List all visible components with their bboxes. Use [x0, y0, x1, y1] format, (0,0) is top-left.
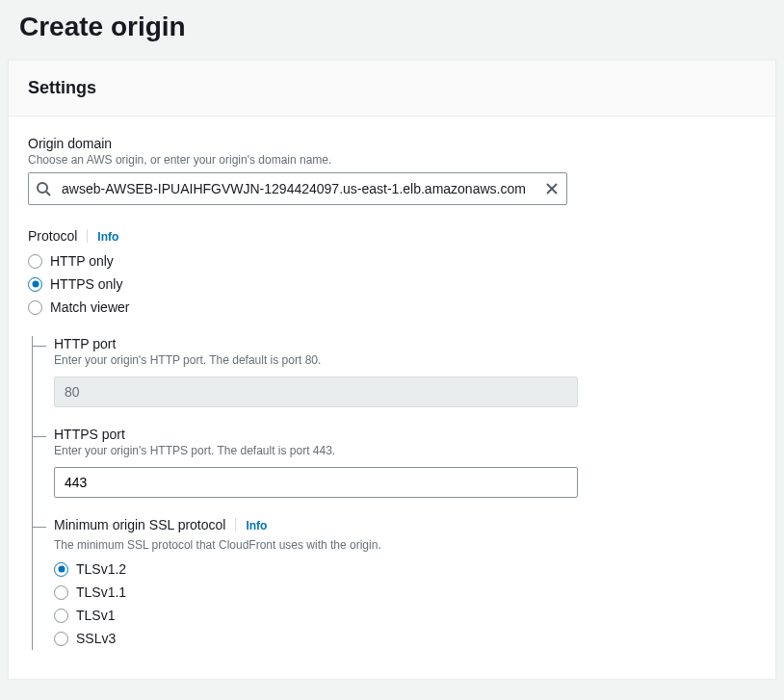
radio-label: TLSv1.1 [76, 584, 126, 600]
ssl-radio-group: TLSv1.2 TLSv1.1 TLSv1 SSLv3 [54, 557, 756, 650]
protocol-radio-https[interactable]: HTTPS only [28, 272, 756, 296]
origin-domain-input[interactable] [28, 172, 567, 205]
radio-icon [54, 562, 68, 577]
divider [235, 518, 236, 531]
protocol-radio-group: HTTP only HTTPS only Match viewer [28, 249, 756, 319]
https-port-input[interactable] [54, 467, 578, 498]
http-port-hint: Enter your origin's HTTP port. The defau… [54, 353, 756, 367]
ssl-radio-tls11[interactable]: TLSv1.1 [54, 581, 756, 604]
radio-icon [54, 585, 68, 600]
svg-point-0 [38, 183, 47, 193]
ssl-radio-tls12[interactable]: TLSv1.2 [54, 557, 756, 581]
protocol-subsection: HTTP port Enter your origin's HTTP port.… [32, 336, 756, 650]
protocol-field: Protocol Info HTTP only HTTPS only Match… [28, 228, 756, 319]
protocol-radio-http[interactable]: HTTP only [28, 249, 756, 272]
https-port-label: HTTPS port [54, 427, 756, 442]
radio-label: TLSv1.2 [76, 561, 126, 577]
origin-domain-label: Origin domain [28, 136, 756, 151]
https-port-field: HTTPS port Enter your origin's HTTPS por… [33, 427, 756, 498]
radio-label: HTTP only [50, 253, 114, 269]
radio-icon [28, 277, 42, 292]
http-port-field: HTTP port Enter your origin's HTTP port.… [33, 336, 756, 407]
http-port-label: HTTP port [54, 336, 756, 351]
origin-domain-hint: Choose an AWS origin, or enter your orig… [28, 153, 756, 167]
protocol-label: Protocol [28, 228, 77, 244]
radio-icon [28, 300, 42, 315]
panel-header: Settings [9, 61, 775, 117]
ssl-field: Minimum origin SSL protocol Info The min… [33, 517, 756, 650]
svg-line-1 [46, 192, 50, 195]
radio-icon [28, 254, 42, 269]
ssl-label: Minimum origin SSL protocol [54, 517, 225, 532]
clear-icon[interactable] [544, 181, 560, 196]
panel-body: Origin domain Choose an AWS origin, or e… [9, 117, 775, 679]
settings-panel: Settings Origin domain Choose an AWS ori… [8, 60, 776, 680]
https-port-hint: Enter your origin's HTTPS port. The defa… [54, 444, 756, 457]
http-port-input [54, 376, 578, 407]
origin-domain-field: Origin domain Choose an AWS origin, or e… [28, 136, 756, 205]
protocol-info-link[interactable]: Info [97, 230, 118, 244]
radio-label: HTTPS only [50, 276, 122, 292]
radio-label: SSLv3 [76, 631, 116, 646]
radio-label: Match viewer [50, 299, 129, 315]
radio-icon [54, 632, 68, 646]
divider [87, 229, 88, 243]
page-title: Create origin [0, 0, 784, 60]
ssl-radio-tls1[interactable]: TLSv1 [54, 604, 756, 627]
search-icon [36, 181, 51, 196]
ssl-radio-sslv3[interactable]: SSLv3 [54, 627, 756, 650]
panel-title: Settings [28, 78, 756, 98]
protocol-radio-match[interactable]: Match viewer [28, 296, 756, 319]
radio-icon [54, 609, 68, 623]
ssl-hint: The minimum SSL protocol that CloudFront… [54, 538, 756, 552]
ssl-info-link[interactable]: Info [246, 519, 267, 532]
radio-label: TLSv1 [76, 608, 115, 623]
